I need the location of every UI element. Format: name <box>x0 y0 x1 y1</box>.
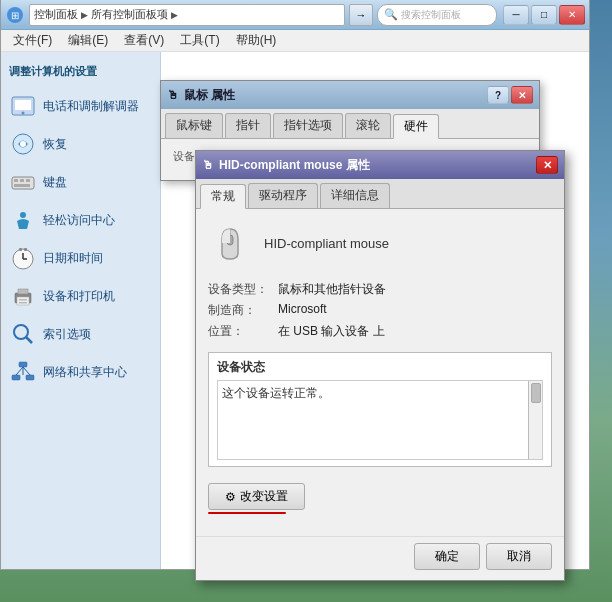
tab-scroll[interactable]: 滚轮 <box>345 113 391 138</box>
cp-titlebar: ⊞ 控制面板 ▶ 所有控制面板项 ▶ → 🔍 搜索控制面板 ─ □ ✕ <box>1 0 589 30</box>
svg-rect-26 <box>12 375 20 380</box>
scrollbar-thumb <box>531 383 541 403</box>
address-part1: 控制面板 <box>34 7 78 22</box>
hid-bottom-buttons: 确定 取消 <box>196 536 564 580</box>
hid-content: HID-compliant mouse 设备类型： 鼠标和其他指针设备 制造商：… <box>196 209 564 536</box>
settings-icon: ⚙ <box>225 490 236 504</box>
ok-button[interactable]: 确定 <box>414 543 480 570</box>
address-bar[interactable]: 控制面板 ▶ 所有控制面板项 ▶ <box>29 4 345 26</box>
location-label: 位置： <box>208 323 278 340</box>
restore-icon <box>9 130 37 158</box>
sidebar-item-network[interactable]: 网络和共享中心 <box>1 353 160 391</box>
tab-hardware[interactable]: 硬件 <box>393 114 439 139</box>
info-row-manufacturer: 制造商： Microsoft <box>208 302 552 319</box>
sidebar-label-restore: 恢复 <box>43 137 67 151</box>
svg-point-6 <box>20 141 26 147</box>
sidebar-item-access[interactable]: 轻松访问中心 <box>1 201 160 239</box>
svg-rect-22 <box>19 302 27 304</box>
mouse-props-close[interactable]: ✕ <box>511 86 533 104</box>
location-value: 在 USB 输入设备 上 <box>278 323 385 340</box>
tab-pointer[interactable]: 指针 <box>225 113 271 138</box>
svg-rect-21 <box>19 299 27 301</box>
close-button[interactable]: ✕ <box>559 5 585 25</box>
mouse-props-title: 鼠标 属性 <box>184 87 235 104</box>
sidebar-item-datetime[interactable]: 日期和时间 <box>1 239 160 277</box>
go-button[interactable]: → <box>349 4 373 26</box>
maximize-button[interactable]: □ <box>531 5 557 25</box>
hid-dialog: 🖱 HID-compliant mouse 属性 ✕ 常规 驱动程序 详细信息 <box>195 150 565 581</box>
change-settings-button[interactable]: ⚙ 改变设置 <box>208 483 305 510</box>
change-settings-label: 改变设置 <box>240 488 288 505</box>
sidebar-item-printer[interactable]: 设备和打印机 <box>1 277 160 315</box>
hid-tab-driver[interactable]: 驱动程序 <box>248 183 318 208</box>
status-scrollbar[interactable] <box>528 381 542 459</box>
mouse-props-icon: 🖱 <box>167 88 179 102</box>
device-status-box: 设备状态 这个设备运转正常。 <box>208 352 552 467</box>
hid-titlebar: 🖱 HID-compliant mouse 属性 ✕ <box>196 151 564 179</box>
device-status-area: 这个设备运转正常。 <box>217 380 543 460</box>
info-row-type: 设备类型： 鼠标和其他指针设备 <box>208 281 552 298</box>
cp-sidebar: 调整计算机的设置 电话和调制解调器 <box>1 52 161 569</box>
sidebar-item-phone[interactable]: 电话和调制解调器 <box>1 87 160 125</box>
svg-rect-9 <box>20 179 24 182</box>
tab-mouse-key[interactable]: 鼠标键 <box>165 113 223 138</box>
hid-tab-details[interactable]: 详细信息 <box>320 183 390 208</box>
menu-edit[interactable]: 编辑(E) <box>60 30 116 51</box>
device-status-text: 这个设备运转正常。 <box>222 386 330 400</box>
menu-help[interactable]: 帮助(H) <box>228 30 285 51</box>
tab-pointer-options[interactable]: 指针选项 <box>273 113 343 138</box>
keyboard-icon <box>9 168 37 196</box>
hid-titlebar-icon: 🖱 <box>202 158 214 172</box>
mouse-props-titlebar: 🖱 鼠标 属性 ? ✕ <box>161 81 539 109</box>
svg-rect-25 <box>19 362 27 367</box>
hid-footer: ⚙ 改变设置 <box>208 479 552 524</box>
svg-rect-20 <box>17 297 29 305</box>
cancel-button[interactable]: 取消 <box>486 543 552 570</box>
search-placeholder: 搜索控制面板 <box>401 8 461 22</box>
address-part2: 所有控制面板项 <box>91 7 168 22</box>
address-arrow1: ▶ <box>81 10 88 20</box>
svg-rect-11 <box>14 184 30 187</box>
mouse-large-icon <box>208 221 252 265</box>
cp-logo: ⊞ <box>5 5 25 25</box>
svg-rect-7 <box>12 177 34 189</box>
svg-line-29 <box>23 367 30 375</box>
sidebar-item-keyboard[interactable]: 键盘 <box>1 163 160 201</box>
phone-icon <box>9 92 37 120</box>
minimize-button[interactable]: ─ <box>503 5 529 25</box>
svg-rect-10 <box>26 179 30 182</box>
sidebar-label-search: 索引选项 <box>43 327 91 341</box>
manufacturer-label: 制造商： <box>208 302 278 319</box>
hid-title: HID-compliant mouse 属性 <box>219 157 370 174</box>
menubar: 文件(F) 编辑(E) 查看(V) 工具(T) 帮助(H) <box>1 30 589 52</box>
hid-close-button[interactable]: ✕ <box>536 156 558 174</box>
search-icon: 🔍 <box>384 8 398 21</box>
hid-tab-general[interactable]: 常规 <box>200 184 246 209</box>
hid-tabbar: 常规 驱动程序 详细信息 <box>196 179 564 209</box>
menu-file[interactable]: 文件(F) <box>5 30 60 51</box>
sidebar-label-phone: 电话和调制解调器 <box>43 99 139 113</box>
device-status-label: 设备状态 <box>217 359 543 376</box>
printer-icon <box>9 282 37 310</box>
menu-view[interactable]: 查看(V) <box>116 30 172 51</box>
red-underline-decoration <box>208 512 286 514</box>
sidebar-label-access: 轻松访问中心 <box>43 213 115 227</box>
sidebar-item-search[interactable]: 索引选项 <box>1 315 160 353</box>
svg-point-4 <box>22 112 25 115</box>
manufacturer-value: Microsoft <box>278 302 327 316</box>
device-type-value: 鼠标和其他指针设备 <box>278 281 386 298</box>
info-table: 设备类型： 鼠标和其他指针设备 制造商： Microsoft 位置： 在 USB… <box>208 281 552 340</box>
access-icon <box>9 206 37 234</box>
svg-rect-27 <box>26 375 34 380</box>
device-type-label: 设备类型： <box>208 281 278 298</box>
search-icon-sidebar <box>9 320 37 348</box>
svg-line-28 <box>16 367 23 375</box>
network-icon <box>9 358 37 386</box>
svg-text:⊞: ⊞ <box>11 10 19 21</box>
mouse-props-help[interactable]: ? <box>487 86 509 104</box>
sidebar-item-restore[interactable]: 恢复 <box>1 125 160 163</box>
sidebar-header: 调整计算机的设置 <box>1 60 160 83</box>
search-box[interactable]: 🔍 搜索控制面板 <box>377 4 497 26</box>
menu-tools[interactable]: 工具(T) <box>172 30 227 51</box>
svg-point-23 <box>14 325 28 339</box>
